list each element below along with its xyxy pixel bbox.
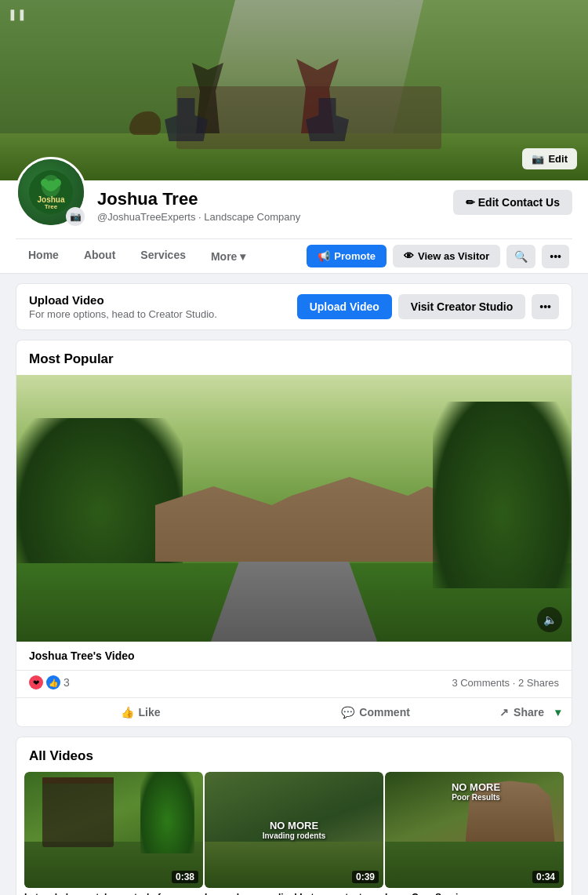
megaphone-icon: 📢 (318, 250, 330, 262)
like-reaction: 👍 (46, 675, 60, 689)
comment-button[interactable]: 💬 Comment (258, 700, 493, 725)
more-options-button[interactable]: ••• (542, 245, 569, 268)
chevron-down-icon: ▾ (555, 706, 561, 719)
video-duration-1: 0:38 (172, 871, 198, 883)
tab-about[interactable]: About (71, 239, 128, 273)
avatar-camera-button[interactable]: 📷 (66, 207, 85, 226)
comment-icon: 💬 (341, 706, 354, 719)
video-title-1: Let us help you take control of your bac… (24, 892, 203, 895)
upload-bar-text: Upload Video For more options, head to C… (29, 293, 217, 320)
cover-edit-button[interactable]: 📷 Edit (522, 148, 577, 169)
tab-services[interactable]: Services (128, 239, 198, 273)
pause-button[interactable]: ❚❚ (8, 8, 27, 20)
video-duration-3: 0:34 (532, 871, 559, 883)
svg-point-2 (41, 179, 49, 187)
all-videos-card: All Videos 0:38 Let us help you take con… (16, 737, 572, 895)
svg-text:Tree: Tree (45, 203, 58, 210)
share-icon: ↗ (499, 706, 509, 719)
profile-info: Joshua Tree @JoshuaTreeExperts · Landsca… (97, 189, 442, 227)
video-thumbnail-large[interactable]: 🔈 (16, 375, 572, 642)
video-comments-shares: 3 Comments · 2 Shares (452, 677, 559, 689)
video-title-2: Love where you live! Let us protect your… (205, 892, 383, 895)
profile-section: Joshua Tree 📷 Joshua Tree @JoshuaTreeExp… (0, 180, 588, 274)
video-thumbnail-2[interactable]: NO MORE Invading rodents 0:39 (205, 772, 383, 888)
mute-button[interactable]: 🔈 (537, 607, 562, 632)
thumbs-up-icon: 👍 (121, 706, 134, 719)
profile-name: Joshua Tree (97, 189, 442, 209)
view-as-visitor-button[interactable]: 👁 View as Visitor (393, 245, 500, 267)
eye-icon: 👁 (404, 250, 414, 262)
video-grid: 0:38 Let us help you take control of you… (16, 772, 572, 895)
like-button[interactable]: 👍 Like (23, 700, 258, 725)
search-icon: 🔍 (514, 250, 528, 263)
search-button[interactable]: 🔍 (506, 245, 535, 268)
all-videos-header: All Videos (16, 737, 572, 772)
most-popular-header: Most Popular (16, 340, 572, 375)
nav-tabs: Home About Services More ▾ 📢 Promote 👁 V… (16, 238, 572, 273)
share-dropdown-button[interactable]: ▾ (550, 700, 565, 725)
video-duration-2: 0:39 (352, 871, 379, 883)
video-title: Joshua Tree's Video (29, 649, 559, 662)
ellipsis-icon: ••• (550, 250, 561, 263)
video-actions: 👍 Like 💬 Comment ↗ Share ▾ (16, 697, 572, 726)
cover-photo: ❚❚ 📷 Edit (0, 0, 588, 180)
profile-handle: @JoshuaTreeExperts · Landscape Company (97, 211, 442, 223)
avatar-wrapper: Joshua Tree 📷 (16, 157, 86, 227)
upload-video-button[interactable]: Upload Video (297, 294, 392, 319)
video-stats: ❤ 👍 3 3 Comments · 2 Shares (16, 671, 572, 697)
upload-more-options-button[interactable]: ••• (532, 294, 559, 319)
share-button[interactable]: ↗ Share (493, 700, 550, 725)
chevron-down-icon: ▾ (240, 250, 245, 263)
tab-more[interactable]: More ▾ (198, 241, 258, 272)
list-item: NO MORE Invading rodents 0:39 Love where… (205, 772, 383, 895)
promote-button[interactable]: 📢 Promote (307, 245, 387, 267)
video-title-3: Lawn Care Services (385, 892, 564, 895)
list-item: 0:38 Let us help you take control of you… (24, 772, 203, 895)
svg-point-3 (53, 179, 61, 187)
video-thumbnail-3[interactable]: NO MORE Poor Results 0:34 (385, 772, 564, 888)
visit-creator-studio-button[interactable]: Visit Creator Studio (398, 294, 525, 319)
edit-contact-button[interactable]: ✏ Edit Contact Us (453, 190, 572, 215)
upload-bar: Upload Video For more options, head to C… (16, 283, 572, 330)
list-item: NO MORE Poor Results 0:34 Lawn Care Serv… (385, 772, 564, 895)
video-info: Joshua Tree's Video (16, 642, 572, 671)
heart-reaction: ❤ (29, 675, 43, 689)
video-thumbnail-1[interactable]: 0:38 (24, 772, 203, 888)
most-popular-video-card: Most Popular 🔈 Joshua Tree's Video ❤ 👍 3… (16, 340, 572, 727)
tab-home[interactable]: Home (16, 239, 71, 273)
